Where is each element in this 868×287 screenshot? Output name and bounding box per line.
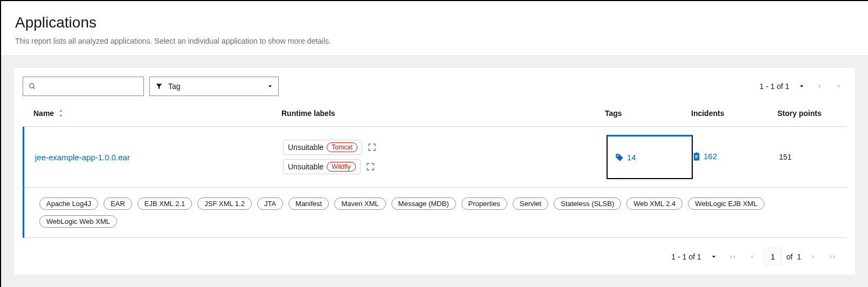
next-page-button[interactable] (805, 250, 821, 263)
svg-point-0 (30, 84, 34, 88)
column-runtime-header: Runtime labels (281, 109, 605, 118)
svg-point-2 (617, 155, 618, 156)
runtime-labels-cell: Unsuitable Tomcat Unsuitable Wildfly (283, 140, 607, 174)
incidents-link[interactable]: 162 (693, 152, 717, 161)
application-link[interactable]: jee-example-app-1.0.0.ear (35, 153, 130, 162)
table-header: Name Runtime labels Tags Incidents Story… (23, 100, 846, 127)
last-page-button[interactable] (825, 250, 841, 263)
tag-chip: JSF XML 1.2 (197, 197, 252, 210)
tags-count: 14 (627, 153, 636, 162)
first-page-button[interactable] (724, 250, 740, 263)
story-points-value: 151 (779, 153, 791, 161)
tag-chip: Servlet (513, 197, 548, 210)
tag-chip: Maven XML (334, 197, 385, 210)
tag-chip: Apache Log4J (39, 197, 98, 210)
tag-chip: Web XML 2.4 (626, 197, 683, 210)
pagination-range-bottom: 1 - 1 of 1 (671, 252, 701, 261)
expand-icon[interactable] (368, 143, 376, 152)
filter-icon (155, 83, 163, 90)
tag-chip: Manifest (288, 197, 329, 210)
story-points-cell: 151 (779, 153, 836, 161)
of-label: of (787, 252, 793, 261)
tag-chip: EJB XML 2.1 (137, 197, 192, 210)
pagination-options-toggle-bottom[interactable] (708, 252, 720, 262)
pagination-options-toggle[interactable] (796, 81, 808, 91)
clipboard-icon (693, 152, 700, 161)
filter-label: Tag (168, 82, 181, 91)
runtime-label-item: Unsuitable Tomcat (283, 140, 607, 155)
pagination-top: 1 - 1 of 1 (760, 80, 846, 93)
sort-icon[interactable] (58, 110, 64, 117)
search-input-wrapper[interactable] (23, 77, 144, 96)
column-name-header[interactable]: Name (33, 109, 281, 118)
runtime-label-item: Unsuitable Wildfly (283, 159, 607, 174)
tag-chip: Properties (461, 197, 507, 210)
svg-rect-4 (695, 156, 698, 157)
tag-chip: Stateless (SLSB) (554, 197, 621, 210)
tag-chip: WebLogic Web XML (39, 215, 117, 228)
prev-page-top-button[interactable] (812, 80, 827, 93)
column-storypoints-header: Story points (777, 109, 836, 118)
expand-icon[interactable] (366, 162, 375, 171)
runtime-assessment: Unsuitable (288, 162, 323, 171)
svg-rect-5 (695, 158, 697, 158)
svg-rect-3 (695, 155, 698, 155)
runtime-target-chip: Wildfly (327, 162, 355, 172)
caret-down-icon (267, 84, 273, 89)
tag-chip: WebLogic EJB XML (688, 197, 764, 210)
page-title: Applications (15, 14, 854, 31)
runtime-label-box: Unsuitable Wildfly (283, 159, 361, 174)
runtime-assessment: Unsuitable (288, 143, 323, 152)
tag-chip: JTA (257, 197, 283, 210)
svg-line-1 (33, 87, 35, 89)
column-tags-header: Tags (605, 109, 691, 118)
tag-icon (615, 153, 624, 162)
page-header: Applications This report lists all analy… (1, 1, 868, 55)
incidents-count: 162 (704, 152, 717, 161)
tags-link[interactable]: 14 (615, 153, 636, 162)
pagination-bottom: 1 - 1 of 1 of 1 (23, 238, 846, 266)
tags-expanded-row: Apache Log4JEAREJB XML 2.1JSF XML 1.2JTA… (23, 188, 846, 238)
search-icon (29, 83, 36, 90)
filter-dropdown[interactable]: Tag (149, 77, 279, 96)
prev-page-button[interactable] (745, 250, 760, 263)
runtime-target-chip: Tomcat (327, 142, 357, 152)
pagination-range-top: 1 - 1 of 1 (760, 82, 789, 91)
tag-chip: EAR (104, 197, 132, 210)
page-description: This report lists all analyzed applicati… (15, 37, 854, 45)
runtime-label-box: Unsuitable Tomcat (283, 140, 362, 155)
page-number-input[interactable] (764, 248, 782, 266)
tag-chip: Message (MDB) (391, 197, 456, 210)
column-incidents-header: Incidents (691, 109, 777, 118)
tags-cell-highlight: 14 (607, 135, 693, 179)
next-page-top-button[interactable] (831, 80, 846, 93)
column-name-label: Name (33, 109, 54, 118)
search-input[interactable] (36, 82, 138, 91)
table-row: jee-example-app-1.0.0.ear Unsuitable Tom… (23, 127, 846, 188)
total-pages: 1 (797, 252, 801, 261)
